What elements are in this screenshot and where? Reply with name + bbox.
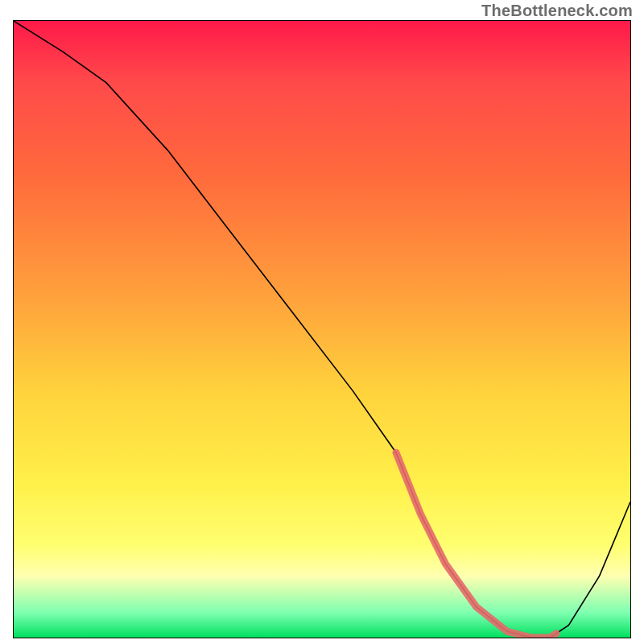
curve-layer: [14, 21, 630, 638]
watermark-label: TheBottleneck.com: [481, 2, 633, 20]
plot-area: [13, 20, 631, 638]
chart-stage: TheBottleneck.com: [0, 0, 644, 644]
highlight-band-path: [396, 452, 556, 638]
bottleneck-curve-path: [14, 21, 630, 638]
